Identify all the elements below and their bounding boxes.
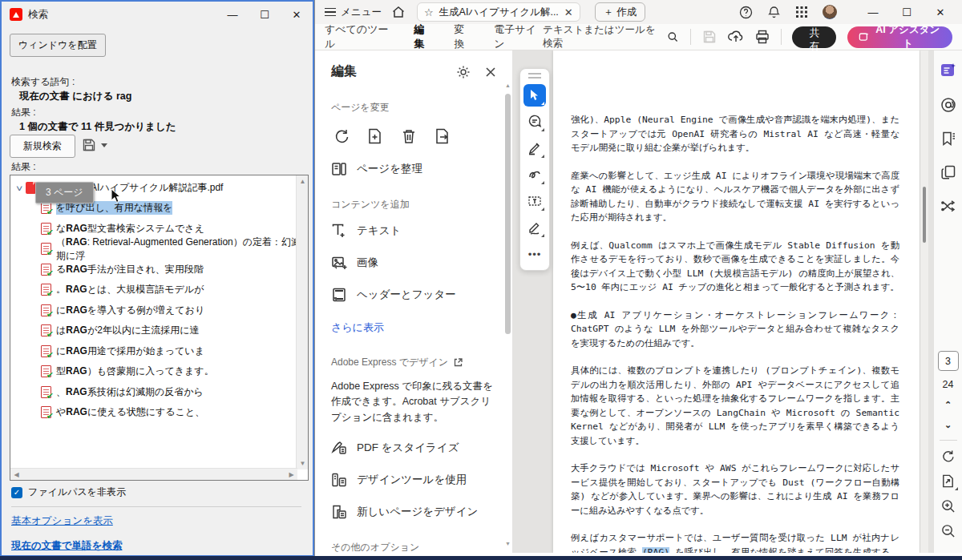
close-button[interactable]: ✕ xyxy=(281,2,313,26)
save-dropdown-caret[interactable] xyxy=(101,143,107,147)
settings-button[interactable] xyxy=(456,65,471,79)
highlight-tool-button[interactable] xyxy=(523,137,546,159)
ai-assistant-button[interactable]: AI アシスタント xyxy=(847,26,952,48)
search-result-item[interactable]: ✔にRAG用途で採用が始まっていま xyxy=(41,341,308,362)
fit-page-button[interactable] xyxy=(940,473,956,489)
close-panel-button[interactable] xyxy=(485,66,496,78)
minimize-button[interactable]: — xyxy=(216,2,249,26)
toolbar-grip-handle[interactable] xyxy=(528,73,541,79)
arrange-windows-button[interactable]: ウィンドウを配置 xyxy=(10,34,106,57)
acrobat-minimize-button[interactable]: — xyxy=(856,1,890,23)
draw-tool-button[interactable] xyxy=(523,163,546,186)
bookmarks-panel-button[interactable] xyxy=(940,131,956,147)
document-area[interactable]: 強化)、Apple (Neural Engine で画像生成や音声認識を端末内処… xyxy=(513,50,933,553)
dropdown-corner-icon xyxy=(333,265,337,269)
help-button[interactable] xyxy=(739,6,753,19)
tab-close-icon[interactable]: ✕ xyxy=(564,6,573,18)
acrobat-maximize-button[interactable]: ☐ xyxy=(890,1,924,23)
at-comment-icon xyxy=(940,97,956,113)
tool-search-field[interactable]: テキストまたはツールを検索 xyxy=(543,23,679,50)
search-result-item[interactable]: ✔にRAGを導入する例が増えており xyxy=(41,300,308,321)
share-button[interactable]: 共有 xyxy=(792,26,836,48)
results-horizontal-scrollbar[interactable]: ◀▶ xyxy=(10,468,297,480)
comments-panel-button[interactable] xyxy=(940,97,956,113)
search-icon xyxy=(667,30,678,43)
account-button[interactable] xyxy=(823,5,837,19)
dropdown-corner-icon xyxy=(541,234,544,237)
previous-page-button[interactable]: ⌃ xyxy=(944,400,952,410)
design-new-page-item[interactable]: 新しいページをデザイン xyxy=(331,504,496,520)
delete-page-button[interactable] xyxy=(398,126,419,147)
search-result-item[interactable]: ✔やRAGに使える状態にすること、 xyxy=(41,402,308,423)
divider xyxy=(11,506,301,507)
maximize-button[interactable]: ☐ xyxy=(249,2,281,26)
fill-sign-tool-button[interactable] xyxy=(523,216,546,239)
acrobat-close-button[interactable]: ✕ xyxy=(924,1,957,23)
search-result-item[interactable]: ✔。RAGとは、大規模言語モデルが xyxy=(41,280,308,300)
insert-page-icon xyxy=(366,127,384,145)
ai-assistant-icon xyxy=(940,62,957,79)
save-icon xyxy=(702,30,717,44)
search-result-item[interactable]: ✔（RAG: Retrieval-Augmented Generation）の定… xyxy=(41,239,308,260)
hide-filepath-checkbox[interactable]: ✓ ファイルパスを非表示 xyxy=(11,485,126,499)
mouse-cursor xyxy=(111,188,122,204)
print-button[interactable] xyxy=(755,30,770,44)
add-image-item[interactable]: 画像 xyxy=(331,255,496,271)
comment-tool-button[interactable] xyxy=(523,111,546,133)
new-search-button[interactable]: 新規検索 xyxy=(10,135,75,158)
zoom-out-button[interactable] xyxy=(940,523,956,538)
panel-scrollbar[interactable]: ▲ ▼ xyxy=(504,83,511,546)
save-results-button[interactable] xyxy=(82,138,107,152)
apps-button[interactable] xyxy=(795,6,808,18)
search-word-link[interactable]: 現在の文書で単語を検索 xyxy=(11,539,122,553)
reorder-panel-button[interactable] xyxy=(940,198,956,214)
search-window-title: 検索 xyxy=(28,8,48,22)
rotate-page-button[interactable] xyxy=(331,126,352,147)
query-value: 現在の文書 における rag xyxy=(19,90,131,103)
search-window-titlebar: 検索 — ☐ ✕ xyxy=(2,2,313,27)
pdf-page[interactable]: 強化)、Apple (Neural Engine で画像生成や音声認識を端末内処… xyxy=(553,50,920,553)
pdf-check-icon: ✔ xyxy=(41,386,51,398)
basic-options-link[interactable]: 基本オプションを表示 xyxy=(11,514,113,528)
shuffle-arrows-icon xyxy=(940,198,956,214)
organize-pages-item[interactable]: ページを整理 xyxy=(331,161,496,177)
document-text: 強化)、Apple (Neural Engine で画像生成や音声認識を端末内処… xyxy=(553,50,920,553)
create-tab-button[interactable]: ＋ 作成 xyxy=(595,2,646,22)
search-results-items: ✔を呼び出し、有用な情報を✔なRAG型文書検索システムでさえ✔（RAG: Ret… xyxy=(10,198,308,423)
ai-assistant-panel-button[interactable] xyxy=(940,62,957,79)
pdf-check-icon: ✔ xyxy=(41,202,51,214)
design-tool-item[interactable]: デザインツールを使用 xyxy=(331,472,496,488)
next-page-button[interactable]: ⌄ xyxy=(944,420,952,430)
stylize-icon xyxy=(331,440,347,456)
stylize-pdf-item[interactable]: PDF をスタイライズ xyxy=(331,440,496,456)
extract-page-button[interactable] xyxy=(432,126,453,147)
search-result-text: なRAG型文書検索システムでさえ xyxy=(56,222,204,236)
rotate-icon xyxy=(333,127,350,145)
current-page-input[interactable]: 3 xyxy=(938,351,959,371)
pages-panel-button[interactable] xyxy=(940,164,956,180)
show-more-link[interactable]: さらに表示 xyxy=(331,320,384,335)
rotate-view-button[interactable] xyxy=(940,449,956,464)
results-vertical-scrollbar[interactable]: ▲▼ xyxy=(296,175,308,469)
search-results-list[interactable]: ˅ D:\m...\生成AIハイプサイクル解説記事.pdf ✔を呼び出し、有用な… xyxy=(10,175,309,481)
zoom-in-button[interactable] xyxy=(940,498,956,514)
add-text-item[interactable]: テキスト xyxy=(331,223,496,239)
document-scrollbar[interactable] xyxy=(920,50,928,553)
gear-icon xyxy=(456,65,471,79)
paragraph: 具体的には、複数のプロンプトを連携したり (プロンプトチェイン)、複数モデルの出… xyxy=(571,364,899,448)
chevron-down-icon[interactable]: ˅ xyxy=(16,183,22,193)
textbox-tool-button[interactable] xyxy=(523,190,546,212)
header-footer-item[interactable]: ヘッダーとフッター xyxy=(331,287,496,303)
select-tool-button[interactable] xyxy=(523,84,546,107)
search-result-item[interactable]: ✔型RAG）も啓蒙期に入ってきます。 xyxy=(41,361,308,382)
search-result-item[interactable]: ✔るRAG手法が注目され、実用段階 xyxy=(41,260,308,280)
search-result-item[interactable]: ✔、RAG系技術は幻滅期の反省から xyxy=(41,382,308,403)
more-tools-button[interactable]: ••• xyxy=(523,243,546,265)
divider xyxy=(781,29,782,45)
save-button[interactable] xyxy=(702,30,717,44)
upload-button[interactable] xyxy=(728,30,744,44)
notifications-button[interactable] xyxy=(767,6,781,19)
insert-page-button[interactable] xyxy=(365,126,386,147)
search-result-item[interactable]: ✔はRAGが2年以内に主流採用に達 xyxy=(41,320,308,341)
edit-panel-title: 編集 xyxy=(331,63,357,80)
